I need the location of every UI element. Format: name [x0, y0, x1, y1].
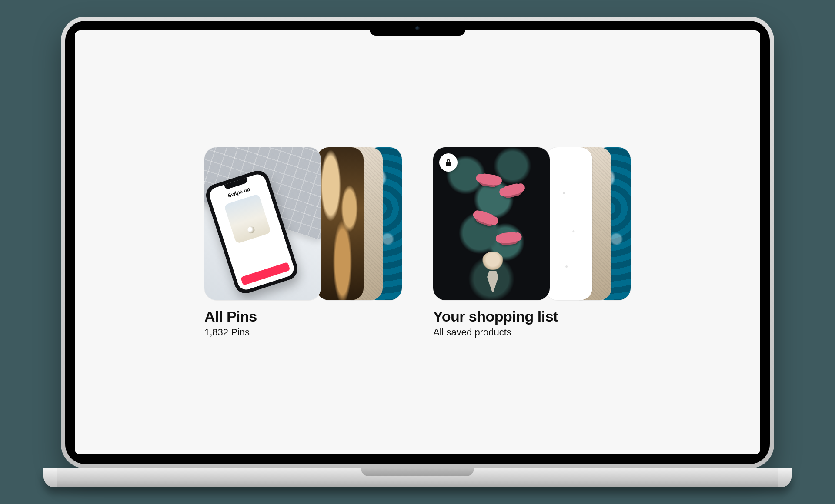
- boards-row: Swipe up All Pins 1,832 Pins: [75, 30, 760, 454]
- board-shopping-list[interactable]: Your shopping list All saved products: [433, 147, 631, 338]
- board-shopping-list-title: Your shopping list: [433, 308, 631, 325]
- board-shopping-list-thumbnails: [433, 147, 631, 300]
- gamepad-icon: [501, 182, 524, 199]
- gamepad-icon: [498, 231, 520, 245]
- gamepad-icon: [478, 172, 500, 187]
- laptop-lid: Swipe up All Pins 1,832 Pins: [61, 17, 774, 468]
- lock-badge: [439, 153, 458, 172]
- camera-notch: [370, 21, 465, 36]
- gamepad-icon: [474, 209, 498, 228]
- thumb-1: Swipe up: [204, 147, 321, 300]
- trackpad-cutout: [361, 468, 474, 476]
- board-all-pins-thumbnails: Swipe up: [204, 147, 402, 300]
- laptop-mockup: Swipe up All Pins 1,832 Pins: [43, 17, 792, 487]
- board-all-pins-subtitle: 1,832 Pins: [204, 327, 402, 338]
- board-all-pins-title: All Pins: [204, 308, 402, 325]
- app-screen: Swipe up All Pins 1,832 Pins: [75, 30, 760, 454]
- thumb-1: [433, 147, 550, 300]
- board-all-pins[interactable]: Swipe up All Pins 1,832 Pins: [204, 147, 402, 338]
- lock-icon: [444, 159, 452, 166]
- thumb-2: [545, 147, 592, 300]
- face-graphic: [481, 252, 504, 275]
- board-shopping-list-subtitle: All saved products: [433, 327, 631, 338]
- screen-bezel: Swipe up All Pins 1,832 Pins: [65, 21, 770, 464]
- laptop-base: [43, 468, 792, 487]
- thumb-2: [317, 147, 364, 300]
- camera-icon: [415, 26, 420, 30]
